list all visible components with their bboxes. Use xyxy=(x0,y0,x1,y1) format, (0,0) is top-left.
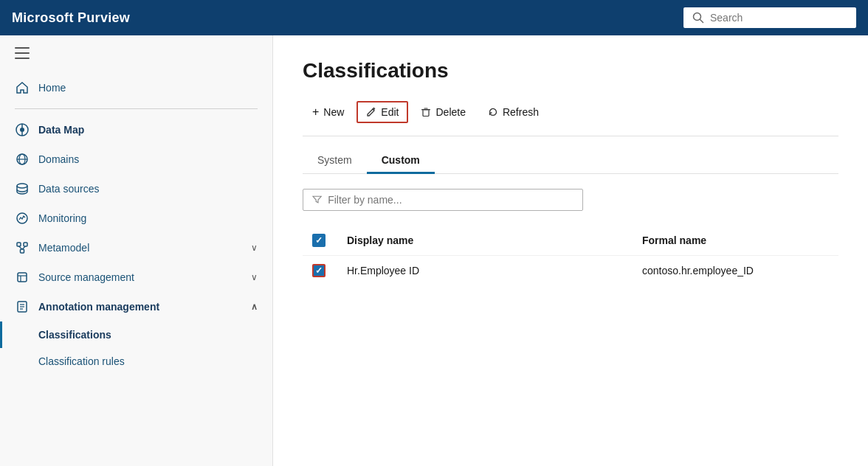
header-checkbox-col: ✓ xyxy=(303,226,338,256)
refresh-button-label: Refresh xyxy=(503,106,539,118)
sidebar-metamodel-label: Metamodel xyxy=(38,242,89,254)
new-button[interactable]: + New xyxy=(303,100,354,124)
sidebar: Home Data Map xyxy=(0,35,273,466)
main-layout: Home Data Map xyxy=(0,35,868,466)
table-row[interactable]: ✓ Hr.Employee ID contoso.hr.employee_ID xyxy=(303,256,838,286)
edit-icon xyxy=(366,107,376,117)
toolbar: + New Edit Delete xyxy=(303,100,838,136)
filter-icon xyxy=(312,195,322,205)
svg-rect-26 xyxy=(421,109,430,111)
edit-button-label: Edit xyxy=(381,106,399,118)
row-checkmark: ✓ xyxy=(315,265,323,276)
svg-rect-15 xyxy=(24,243,27,246)
sidebar-source-management-label: Source management xyxy=(38,271,134,283)
delete-button-label: Delete xyxy=(435,106,465,118)
sidebar-domains-label: Domains xyxy=(38,153,79,165)
svg-rect-2 xyxy=(15,47,30,49)
svg-line-1 xyxy=(700,20,703,23)
row-checkbox-cell[interactable]: ✓ xyxy=(303,256,338,286)
home-icon xyxy=(15,80,30,95)
domains-icon xyxy=(15,152,30,167)
monitoring-icon xyxy=(15,211,30,226)
hamburger-menu[interactable] xyxy=(0,35,272,73)
sidebar-data-map-label: Data Map xyxy=(38,124,84,136)
sidebar-item-home-label: Home xyxy=(38,82,66,94)
table-header-row: ✓ Display name Formal name xyxy=(303,226,838,256)
tabs: System Custom xyxy=(303,148,838,174)
sidebar-classifications-label: Classifications xyxy=(38,329,111,341)
app-title: Microsoft Purview xyxy=(12,10,130,26)
svg-rect-14 xyxy=(17,243,21,246)
row-formal-name: contoso.hr.employee_ID xyxy=(633,256,838,286)
header-checkbox[interactable]: ✓ xyxy=(311,233,326,248)
header-checkmark: ✓ xyxy=(315,235,323,246)
row-checkbox-checked: ✓ xyxy=(312,264,326,277)
svg-rect-4 xyxy=(15,58,30,59)
metamodel-chevron: ∨ xyxy=(251,243,258,253)
filter-box[interactable] xyxy=(303,189,583,211)
svg-point-12 xyxy=(17,184,27,188)
header-formal-name: Formal name xyxy=(633,226,838,256)
plus-icon: + xyxy=(312,105,319,119)
sidebar-item-monitoring[interactable]: Monitoring xyxy=(0,204,272,233)
delete-button[interactable]: Delete xyxy=(411,101,475,123)
tab-custom[interactable]: Custom xyxy=(367,148,435,174)
sidebar-annotation-management-label: Annotation management xyxy=(38,301,159,313)
metamodel-icon xyxy=(15,240,30,255)
data-sources-icon xyxy=(15,181,30,196)
sidebar-item-classifications[interactable]: Classifications xyxy=(0,321,272,348)
refresh-button[interactable]: Refresh xyxy=(478,101,548,123)
search-input[interactable] xyxy=(710,12,847,24)
annotation-management-chevron: ∧ xyxy=(251,302,258,312)
delete-icon xyxy=(421,107,431,117)
sidebar-item-data-sources[interactable]: Data sources xyxy=(0,174,272,204)
svg-rect-19 xyxy=(18,273,27,282)
refresh-icon xyxy=(488,107,498,117)
header-checkbox-checked: ✓ xyxy=(312,234,326,247)
sidebar-data-sources-label: Data sources xyxy=(38,183,99,195)
sidebar-item-domains[interactable]: Domains xyxy=(0,145,272,174)
sidebar-item-annotation-management[interactable]: Annotation management ∧ xyxy=(0,292,272,321)
svg-rect-3 xyxy=(15,52,30,54)
data-map-icon xyxy=(15,122,30,137)
page-title: Classifications xyxy=(303,59,838,83)
sidebar-item-source-management[interactable]: Source management ∨ xyxy=(0,262,272,292)
row-display-name: Hr.Employee ID xyxy=(338,256,633,286)
classifications-table: ✓ Display name Formal name ✓ xyxy=(303,226,838,285)
source-management-chevron: ∨ xyxy=(251,272,258,282)
sidebar-item-classification-rules[interactable]: Classification rules xyxy=(0,348,272,375)
svg-rect-16 xyxy=(21,249,24,253)
sidebar-item-home[interactable]: Home xyxy=(0,73,272,102)
content-area: Classifications + New Edit Dele xyxy=(273,35,868,466)
row-checkbox-wrapper[interactable]: ✓ xyxy=(311,263,326,278)
tab-system[interactable]: System xyxy=(303,148,367,174)
sidebar-item-data-map[interactable]: Data Map xyxy=(0,115,272,145)
edit-button[interactable]: Edit xyxy=(356,101,408,123)
annotation-management-icon xyxy=(15,299,30,314)
search-box[interactable] xyxy=(683,7,856,28)
search-icon xyxy=(692,12,704,24)
svg-point-6 xyxy=(20,128,24,132)
new-button-label: New xyxy=(323,106,344,118)
header-display-name: Display name xyxy=(338,226,633,256)
filter-input[interactable] xyxy=(328,194,574,206)
sidebar-classification-rules-label: Classification rules xyxy=(38,355,125,367)
top-header: Microsoft Purview xyxy=(0,0,868,35)
source-management-icon xyxy=(15,270,30,285)
sidebar-item-metamodel[interactable]: Metamodel ∨ xyxy=(0,233,272,262)
sidebar-divider-1 xyxy=(15,108,258,109)
sidebar-monitoring-label: Monitoring xyxy=(38,212,86,224)
